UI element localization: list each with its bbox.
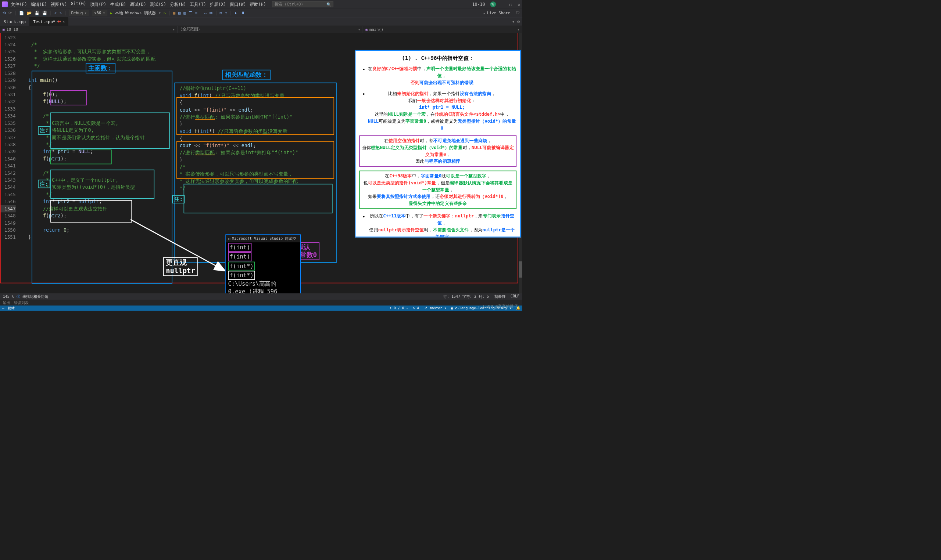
- menu-edit[interactable]: 编辑(E): [31, 2, 47, 7]
- tab-label: Test.cpp*: [33, 19, 55, 24]
- editor-navbar: ▣ 10-10 ▾ (全局范围) ▾ ◉ main() ▾: [0, 26, 522, 33]
- menu-tools[interactable]: 工具(T): [190, 2, 206, 7]
- search-input[interactable]: 搜索 (Ctrl+Q) 🔍: [272, 1, 333, 7]
- notes-bullet-2: 比如未初始化的指针，如果一个指针没有合法的指向， 我们一般会这样对其进行初始化：…: [359, 90, 517, 132]
- annot-box-fint: [176, 97, 334, 135]
- nav-scope-func[interactable]: ◉ main() ▾: [363, 26, 522, 33]
- toolbar-icon-4[interactable]: ☰: [188, 11, 192, 15]
- menu-extensions[interactable]: 扩展(X): [210, 2, 226, 7]
- nav-scope-project[interactable]: ▣ 10-10 ▾: [0, 26, 177, 33]
- toolbar-icon-6[interactable]: ▭: [204, 11, 207, 15]
- admin-icon[interactable]: 🛡: [516, 11, 520, 15]
- issues-text[interactable]: 未找到相关问题: [22, 294, 48, 299]
- tab-label: Stack.cpp: [4, 19, 26, 24]
- cursor-pos: 行: 1547 字符: 2 列: 5: [443, 294, 489, 299]
- issues-icon[interactable]: ⓘ: [17, 294, 20, 299]
- tab-errorlist[interactable]: 错误列表: [14, 300, 29, 305]
- tab-test[interactable]: Test.cpp* 📌 ✕: [29, 17, 68, 26]
- annot-note-2: 注:: [38, 180, 50, 188]
- toolbar-icon-11[interactable]: ⏸: [241, 11, 245, 15]
- maximize-icon[interactable]: ▢: [509, 2, 512, 7]
- undo-icon[interactable]: ↶: [54, 11, 57, 15]
- nav-scope-global[interactable]: (全局范围) ▾: [177, 26, 363, 33]
- open-icon[interactable]: 📂: [27, 11, 32, 15]
- save-all-icon[interactable]: 💾: [42, 11, 47, 15]
- git-arrows[interactable]: ↑ 0 / 0 ↓: [390, 306, 408, 310]
- footer-bar: ▭ 就绪 ↑ 0 / 0 ↓ ✎ 4 ⎇ master ▾ ▣ c-langua…: [0, 306, 522, 311]
- notes-box-green: 在C++98版本中，字面常量0既可以是一个整型数字， 也可以是无类型的指针(vo…: [359, 171, 517, 209]
- notes-box-purple: 在使用空值的指针时，都不可避免地会遇到一些麻烦， 当你想把NULL定义为无类型指…: [359, 135, 517, 167]
- tab-stack[interactable]: Stack.cpp: [0, 17, 29, 26]
- start-debug-icon[interactable]: ▶: [110, 11, 113, 15]
- zoom-level[interactable]: 145 %: [3, 294, 14, 299]
- menu-project[interactable]: 项目(P): [90, 2, 106, 7]
- toolbar-icon-10[interactable]: ⏵: [234, 11, 238, 15]
- pin-icon[interactable]: 📌: [57, 19, 62, 24]
- menu-help[interactable]: 帮助(H): [250, 2, 266, 7]
- tab-output[interactable]: 输出: [3, 300, 10, 305]
- tab-overflow-icon[interactable]: ▾ ⚙: [509, 18, 522, 26]
- save-icon[interactable]: 💾: [35, 11, 39, 15]
- status-bar: 145 % ⓘ 未找到相关问题 行: 1547 字符: 2 列: 5 制表符 C…: [0, 294, 522, 300]
- nav-back-icon[interactable]: ⟲: [3, 11, 6, 15]
- close-icon[interactable]: ✕: [518, 2, 520, 7]
- vs-logo-icon: [2, 2, 8, 7]
- toolbar-icon-7[interactable]: ⧉: [210, 11, 213, 15]
- avatar[interactable]: 培: [490, 2, 496, 7]
- console-icon: ⊞: [228, 237, 230, 241]
- notes-panel: (1) . C++98中的指针空值： 在良好的C/C++编程习惯中，声明一个变量…: [355, 50, 521, 238]
- annot-box-cmt2: [50, 112, 170, 149]
- console-line: f(int): [228, 252, 251, 261]
- config-dropdown[interactable]: Debug: [69, 10, 89, 16]
- watermark: CSDN @高高的胖子: [483, 304, 518, 309]
- new-file-icon[interactable]: 📄: [19, 11, 24, 15]
- git-branch[interactable]: ⎇ master ▾: [423, 306, 446, 310]
- notes-bullet-1: 在良好的C/C++编程习惯中，声明一个变量时最好给该变量一个合适的初始值， 否则…: [359, 65, 517, 86]
- menu-build[interactable]: 生成(B): [110, 2, 126, 7]
- annot-box-calls: [50, 90, 87, 105]
- menu-file[interactable]: 文件(F): [11, 2, 27, 7]
- svg-line-0: [131, 220, 224, 271]
- liveshare-icon: ☁: [483, 11, 485, 15]
- annot-note-1: 注:: [38, 126, 50, 135]
- func-icon: ◉: [366, 27, 367, 32]
- footer-ready: 就绪: [8, 306, 15, 311]
- project-icon: ▣: [3, 27, 5, 32]
- nav-fwd-icon[interactable]: ⟳: [8, 11, 12, 15]
- line-endings[interactable]: CRLF: [511, 294, 519, 299]
- notes-bullet-5: 所以在C++11版本中，有了一个新关键字：nullptr，来专门表示指针空值， …: [359, 212, 517, 238]
- toolbar-icon-1[interactable]: ▦: [173, 11, 175, 15]
- start-nodebug-icon[interactable]: ▷: [164, 11, 166, 15]
- menu-debug[interactable]: 调试(D): [130, 2, 146, 7]
- annot-box-cmt3: [50, 170, 154, 198]
- menu-analyze[interactable]: 分析(N): [170, 2, 186, 7]
- start-debug-label[interactable]: 本地 Windows 调试器: [115, 10, 156, 15]
- minimap-thumb[interactable]: [519, 262, 522, 278]
- menu-git[interactable]: Git(G): [71, 2, 86, 7]
- main-toolbar: ⟲ ⟳ 📄 📂 💾 💾 ↶ ↷ Debug x86 ▶ 本地 Windows 调…: [0, 8, 522, 17]
- bottom-tabs: 输出 错误列表: [0, 300, 522, 306]
- minimize-icon[interactable]: —: [501, 2, 503, 7]
- liveshare-label[interactable]: Live Share: [487, 11, 510, 15]
- platform-dropdown[interactable]: x86: [92, 10, 107, 16]
- annot-box-fintp: [176, 141, 334, 179]
- annot-label-main: 主函数：: [86, 63, 116, 73]
- annot-box-ptr1: [50, 149, 111, 164]
- indent-mode[interactable]: 制表符: [494, 294, 505, 299]
- annot-note-3: 注:: [173, 195, 185, 203]
- toolbar-icon-2[interactable]: ▤: [178, 11, 180, 15]
- tab-close-icon[interactable]: ✕: [63, 20, 65, 24]
- toolbar-icon-3[interactable]: ▥: [184, 11, 186, 15]
- console-line: f(int*): [228, 262, 255, 270]
- toolbar-icon-8[interactable]: ⊞: [220, 11, 222, 15]
- search-icon: 🔍: [326, 2, 331, 7]
- toolbar-icon-5[interactable]: ≡: [195, 11, 197, 15]
- git-pencil-icon[interactable]: ✎ 4: [413, 306, 419, 310]
- toolbar-icon-9[interactable]: ⊟: [225, 11, 227, 15]
- redo-icon[interactable]: ↷: [60, 11, 62, 15]
- menu-test[interactable]: 测试(S): [150, 2, 166, 7]
- notes-title: (1) . C++98中的指针空值：: [359, 54, 517, 62]
- console-line: f(int*): [228, 271, 255, 280]
- menu-window[interactable]: 窗口(W): [230, 2, 246, 7]
- menu-view[interactable]: 视图(V): [51, 2, 67, 7]
